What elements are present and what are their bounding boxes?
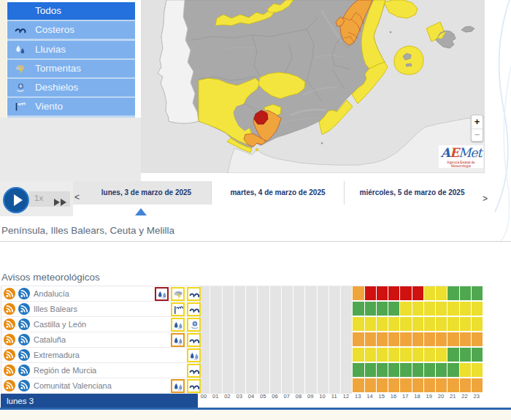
warning-level-cell[interactable]	[460, 317, 472, 332]
warning-level-cell[interactable]	[388, 348, 400, 362]
rain-warning-icon[interactable]	[155, 287, 169, 301]
warning-level-cell[interactable]	[424, 286, 436, 301]
rain-warning-icon[interactable]	[171, 333, 185, 347]
warning-level-cell[interactable]	[472, 363, 483, 378]
warning-level-cell[interactable]	[424, 317, 436, 332]
warning-level-cell[interactable]	[436, 286, 447, 301]
melt-warning-icon[interactable]	[187, 318, 201, 332]
tab-day-1[interactable]: lunes, 3 de marzo de 2025	[82, 181, 211, 205]
warning-level-cell[interactable]	[472, 317, 483, 332]
menu-item-viento[interactable]: Viento	[7, 98, 135, 115]
zoom-in-button[interactable]: +	[472, 115, 483, 129]
warning-level-cell[interactable]	[400, 363, 412, 378]
warning-level-cell[interactable]	[388, 317, 400, 332]
warning-level-cell[interactable]	[377, 286, 388, 301]
coastal-warning-icon[interactable]	[187, 287, 201, 301]
warning-level-cell[interactable]	[400, 378, 412, 393]
warning-level-cell[interactable]	[400, 332, 412, 347]
warning-level-cell[interactable]	[400, 348, 412, 362]
warning-level-cell[interactable]	[447, 348, 459, 362]
warning-level-cell[interactable]	[365, 286, 377, 301]
warning-level-cell[interactable]	[377, 378, 388, 393]
warning-level-cell[interactable]	[388, 363, 400, 378]
rss-blue-icon[interactable]	[18, 303, 30, 315]
warning-level-cell[interactable]	[447, 286, 459, 301]
warning-level-cell[interactable]	[377, 348, 388, 362]
warning-level-cell[interactable]	[365, 363, 377, 378]
coastal-warning-icon[interactable]	[187, 379, 201, 393]
menu-item-deshielos[interactable]: Deshielos	[7, 79, 135, 96]
fast-forward-button[interactable]	[54, 196, 67, 203]
rain-warning-icon[interactable]	[171, 318, 185, 332]
warning-level-cell[interactable]	[353, 286, 364, 301]
rain-warning-icon[interactable]	[171, 379, 185, 393]
warning-level-cell[interactable]	[447, 317, 459, 332]
warning-level-cell[interactable]	[353, 348, 364, 362]
warning-level-cell[interactable]	[436, 317, 447, 332]
warning-level-cell[interactable]	[412, 363, 424, 378]
warning-level-cell[interactable]	[365, 378, 377, 393]
region-name[interactable]: Illes Balears	[34, 305, 77, 313]
zoom-out-button[interactable]: −	[472, 129, 483, 142]
warning-level-cell[interactable]	[436, 302, 447, 316]
region-name[interactable]: Castilla y León	[34, 320, 86, 329]
rss-orange-icon[interactable]	[4, 349, 15, 361]
storm-warning-icon[interactable]	[171, 287, 185, 301]
warning-level-cell[interactable]	[424, 378, 436, 393]
menu-item-todos[interactable]: Todos	[7, 2, 135, 20]
warning-level-cell[interactable]	[365, 317, 377, 332]
warnings-map[interactable]: + − AEMet Agencia Estatal de Meteorologí…	[141, 0, 485, 173]
warning-level-cell[interactable]	[377, 317, 388, 332]
warning-level-cell[interactable]	[472, 302, 483, 316]
play-button[interactable]	[3, 187, 29, 213]
warning-level-cell[interactable]	[436, 348, 447, 362]
warning-level-cell[interactable]	[436, 363, 447, 378]
warning-level-cell[interactable]	[412, 378, 424, 393]
rss-orange-icon[interactable]	[4, 318, 15, 330]
warning-level-cell[interactable]	[377, 302, 388, 316]
rss-orange-icon[interactable]	[4, 288, 15, 299]
rss-blue-icon[interactable]	[18, 364, 30, 376]
rss-orange-icon[interactable]	[4, 303, 15, 315]
warning-level-cell[interactable]	[412, 286, 424, 301]
warning-level-cell[interactable]	[472, 286, 483, 301]
menu-item-tormentas[interactable]: Tormentas	[7, 60, 135, 77]
warning-level-cell[interactable]	[388, 302, 400, 316]
region-name[interactable]: Cataluña	[34, 335, 66, 344]
warning-level-cell[interactable]	[447, 378, 459, 393]
warning-level-cell[interactable]	[353, 332, 364, 347]
warning-level-cell[interactable]	[460, 332, 472, 347]
rss-blue-icon[interactable]	[18, 380, 30, 392]
warning-level-cell[interactable]	[447, 332, 459, 347]
warning-level-cell[interactable]	[353, 302, 364, 316]
warning-level-cell[interactable]	[388, 378, 400, 393]
warning-level-cell[interactable]	[400, 317, 412, 332]
rss-blue-icon[interactable]	[18, 349, 30, 361]
warning-level-cell[interactable]	[460, 363, 472, 378]
warning-level-cell[interactable]	[377, 363, 388, 378]
rss-orange-icon[interactable]	[4, 380, 15, 392]
warning-level-cell[interactable]	[400, 302, 412, 316]
warning-level-cell[interactable]	[460, 378, 472, 393]
warning-level-cell[interactable]	[412, 332, 424, 347]
warning-level-cell[interactable]	[365, 302, 377, 316]
rss-orange-icon[interactable]	[4, 364, 15, 376]
warning-level-cell[interactable]	[353, 378, 364, 393]
region-name[interactable]: Andalucía	[34, 289, 69, 298]
coastal-warning-icon[interactable]	[187, 302, 201, 316]
speed-label[interactable]: 1x	[34, 194, 43, 202]
coastal-warning-icon[interactable]	[187, 364, 201, 378]
warning-level-cell[interactable]	[436, 332, 447, 347]
warning-level-cell[interactable]	[447, 363, 459, 378]
warning-level-cell[interactable]	[424, 302, 436, 316]
rss-orange-icon[interactable]	[4, 334, 15, 345]
warning-level-cell[interactable]	[365, 332, 377, 347]
coastal-warning-icon[interactable]	[187, 333, 201, 347]
rss-blue-icon[interactable]	[18, 318, 30, 330]
tabs-prev-arrow[interactable]: <	[73, 181, 82, 205]
warning-level-cell[interactable]	[353, 317, 364, 332]
tab-day-3[interactable]: miércoles, 5 de marzo de 2025	[344, 181, 480, 205]
warning-level-cell[interactable]	[460, 348, 472, 362]
warning-level-cell[interactable]	[424, 363, 436, 378]
menu-item-costeros[interactable]: Costeros	[7, 21, 135, 39]
